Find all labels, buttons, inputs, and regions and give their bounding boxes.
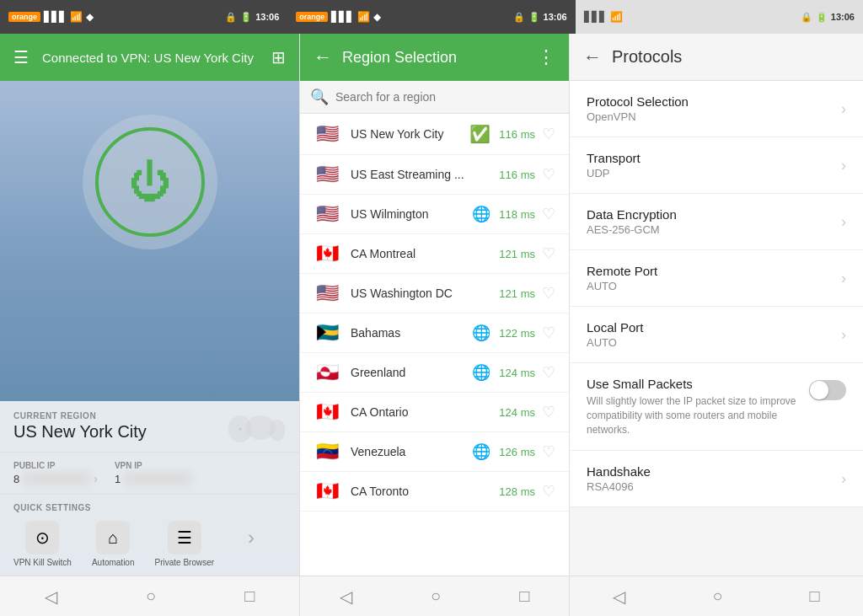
heart-icon-us-stream[interactable]: ♡ [542, 165, 555, 184]
protocols-back-button[interactable]: ← [583, 46, 602, 68]
svg-point-2 [269, 420, 285, 442]
status-bar-left-time: 🔒 🔋 13:06 [225, 12, 279, 23]
handshake-item[interactable]: Handshake RSA4096 › [570, 451, 863, 507]
heart-icon-us-dc[interactable]: ♡ [542, 284, 555, 303]
flag-us-ny: 🇺🇸 [314, 125, 340, 143]
heart-icon-us-ny[interactable]: ♡ [542, 125, 555, 143]
heart-icon-ca-ont[interactable]: ♡ [542, 403, 555, 421]
power-button[interactable]: ⏻ [95, 127, 205, 237]
region-search-bar: 🔍 [300, 81, 569, 114]
vpn-header: ☰ Connected to VPN: US New York City ⊞ [0, 34, 299, 81]
svg-point-3 [239, 427, 241, 430]
region-item[interactable]: 🇬🇱 Greenland 🌐 124 ms ♡ [300, 353, 569, 393]
proto-nav-back-button[interactable]: ◁ [599, 580, 639, 613]
bluetooth-icon-center: ◆ [373, 11, 381, 23]
small-packets-description: Will slightly lower the IP packet size t… [587, 394, 809, 437]
heart-icon-greenland[interactable]: ♡ [542, 363, 555, 382]
vpn-ips: Public IP 8 › VPN IP 1 [0, 452, 299, 494]
region-item[interactable]: 🇺🇸 US Wilmington 🌐 118 ms ♡ [300, 195, 569, 234]
region-item[interactable]: 🇺🇸 US East Streaming ... 116 ms ♡ [300, 155, 569, 195]
nav-home-button[interactable]: ○ [132, 580, 169, 613]
region-more-button[interactable]: ⋮ [537, 46, 555, 68]
wifi-icon-right: 📶 [610, 11, 623, 23]
heart-icon-bahamas[interactable]: ♡ [542, 324, 555, 342]
heart-icon-ca-mtl[interactable]: ♡ [542, 244, 555, 263]
more-settings-item[interactable]: › [234, 521, 268, 554]
transport-item[interactable]: Transport UDP › [570, 137, 863, 194]
power-button-container: ⏻ [83, 115, 217, 249]
lock-icon-right: 🔒 [801, 12, 812, 23]
small-packets-toggle[interactable] [809, 380, 846, 400]
protocol-selection-item[interactable]: Protocol Selection OpenVPN › [570, 81, 863, 137]
remote-port-content: Remote Port AUTO [587, 264, 841, 292]
region-item[interactable]: 🇨🇦 CA Montreal 121 ms ♡ [300, 234, 569, 274]
region-nav-square-button[interactable]: □ [506, 580, 543, 613]
latency-us-ny: 116 ms [497, 128, 535, 141]
protocols-nav-bar: ◁ ○ □ [570, 576, 863, 616]
region-item[interactable]: 🇧🇸 Bahamas 🌐 122 ms ♡ [300, 313, 569, 353]
automation-item[interactable]: ⌂ Automation [92, 521, 135, 567]
network-icon[interactable]: ⊞ [271, 47, 286, 67]
heart-icon-ca-tor[interactable]: ♡ [542, 482, 555, 501]
region-name-venezuela: Venezuela [351, 445, 472, 458]
vpn-connection-title: Connected to VPN: US New York City [42, 51, 258, 65]
region-search-input[interactable] [335, 90, 559, 104]
transport-subtitle: UDP [587, 167, 841, 179]
small-packets-content: Use Small Packets Will slightly lower th… [587, 377, 809, 437]
kill-switch-label: VPN Kill Switch [13, 558, 72, 567]
local-port-item[interactable]: Local Port AUTO › [570, 307, 863, 363]
toggle-knob [810, 381, 828, 399]
region-name-us-wilm: US Wilmington [351, 207, 472, 221]
status-bar-right: ▋▋▋ 📶 🔒 🔋 13:06 [576, 0, 863, 34]
private-browser-item[interactable]: ☰ Private Browser [155, 521, 215, 567]
search-icon: 🔍 [310, 88, 329, 106]
heart-icon-venezuela[interactable]: ♡ [542, 442, 555, 461]
handshake-content: Handshake RSA4096 [587, 464, 841, 493]
data-encryption-item[interactable]: Data Encryption AES-256-GCM › [570, 194, 863, 250]
operator-badge-center: orange [296, 12, 328, 22]
status-bar-left: orange ▋▋▋ 📶 ◆ 🔒 🔋 13:06 [0, 0, 287, 34]
globe-icon-venezuela: 🌐 [472, 442, 490, 461]
handshake-title: Handshake [587, 464, 841, 479]
region-item[interactable]: 🇨🇦 CA Toronto 128 ms ♡ [300, 472, 569, 512]
remote-port-item[interactable]: Remote Port AUTO › [570, 250, 863, 307]
local-port-content: Local Port AUTO [587, 320, 841, 349]
menu-icon[interactable]: ☰ [13, 47, 29, 67]
region-panel: ← Region Selection ⋮ 🔍 🇺🇸 US New York Ci… [299, 34, 569, 616]
region-item[interactable]: 🇻🇪 Venezuela 🌐 126 ms ♡ [300, 432, 569, 472]
active-check-icon: ✅ [469, 124, 490, 144]
protocol-selection-title: Protocol Selection [587, 94, 841, 109]
quick-settings-label: QUICK SETTINGS [13, 503, 286, 512]
transport-content: Transport UDP [587, 151, 841, 179]
region-item[interactable]: 🇨🇦 CA Ontario 124 ms ♡ [300, 393, 569, 432]
heart-icon-us-wilm[interactable]: ♡ [542, 205, 555, 223]
handshake-subtitle: RSA4096 [587, 480, 841, 493]
proto-nav-square-button[interactable]: □ [796, 580, 833, 613]
region-nav-back-button[interactable]: ◁ [326, 580, 366, 613]
small-packets-item: Use Small Packets Will slightly lower th… [570, 363, 863, 451]
kill-switch-icon: ⊙ [25, 521, 59, 554]
region-name-ca-mtl: CA Montreal [351, 247, 497, 260]
nav-square-button[interactable]: □ [231, 580, 268, 613]
region-nav-home-button[interactable]: ○ [417, 580, 454, 613]
operator-badge: orange [8, 12, 40, 22]
status-bar-center-content: orange ▋▋▋ 📶 ◆ [296, 11, 381, 23]
ip-arrow: › [94, 472, 98, 485]
globe-icon-us-wilm: 🌐 [472, 205, 490, 223]
time-left: 13:06 [255, 12, 279, 22]
flag-us-stream: 🇺🇸 [314, 165, 340, 184]
remote-port-subtitle: AUTO [587, 280, 841, 292]
time-center: 13:06 [544, 12, 567, 22]
region-item[interactable]: 🇺🇸 US Washington DC 121 ms ♡ [300, 274, 569, 313]
flag-us-dc: 🇺🇸 [314, 284, 340, 303]
nav-back-button[interactable]: ◁ [31, 580, 71, 613]
region-name-ca-ont: CA Ontario [351, 405, 497, 419]
protocols-panel: ← Protocols Protocol Selection OpenVPN ›… [569, 34, 863, 616]
region-item[interactable]: 🇺🇸 US New York City ✅ 116 ms ♡ [300, 114, 569, 155]
proto-nav-home-button[interactable]: ○ [699, 580, 736, 613]
chevron-right-icon: › [841, 157, 846, 174]
region-back-button[interactable]: ← [314, 46, 332, 68]
vpn-content: ☰ Connected to VPN: US New York City ⊞ ⏻… [0, 34, 299, 616]
protocol-selection-content: Protocol Selection OpenVPN [587, 94, 841, 123]
kill-switch-item[interactable]: ⊙ VPN Kill Switch [13, 521, 72, 567]
